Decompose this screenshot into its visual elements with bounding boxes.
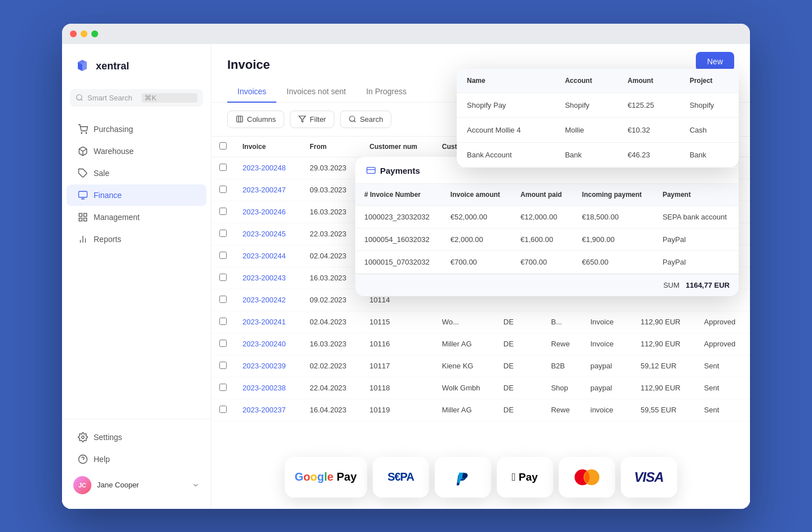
settings-label: Settings <box>94 433 122 442</box>
cell-from: 22.03.2023 <box>302 223 361 245</box>
table-row[interactable]: 2023-200237 16.04.2023 10119 Miller AG D… <box>211 399 750 421</box>
search-button[interactable]: Search <box>340 111 391 128</box>
cell-invoice: 2023-200247 <box>235 179 302 201</box>
cell-from: 02.04.2023 <box>302 245 361 267</box>
accounts-row[interactable]: Shopify Pay Shopify €125.25 Shopify <box>457 93 739 117</box>
user-row[interactable]: JC Jane Cooper <box>62 471 211 500</box>
sidebar-item-purchasing[interactable]: Purchasing <box>67 118 206 140</box>
cell-shop: B2B <box>543 355 582 377</box>
sum-row: SUM 1164,77 EUR <box>355 274 739 296</box>
payments-row[interactable]: 1000054_16032032 €2,000.00 €1,600.00 €1,… <box>355 228 739 250</box>
user-name: Jane Cooper <box>97 481 186 489</box>
tab-invoices[interactable]: Invoices <box>227 81 276 103</box>
filter-button[interactable]: Filter <box>290 111 334 128</box>
warehouse-label: Warehouse <box>94 147 134 156</box>
pay-col-invoice-amount: Invoice amount <box>442 184 511 206</box>
cell-payment: paypal <box>582 377 633 399</box>
accounts-row[interactable]: Account Mollie 4 Mollie €10.32 Cash <box>457 117 739 142</box>
settings-item[interactable]: Settings <box>67 427 206 448</box>
help-icon <box>78 454 88 464</box>
col-customer-num: Customer num <box>361 137 434 157</box>
columns-label: Columns <box>247 115 276 124</box>
row-checkbox[interactable] <box>219 362 227 369</box>
cell-invoice: 2023-200238 <box>235 377 302 399</box>
select-all-checkbox[interactable] <box>219 142 227 150</box>
cell-customer: Wo... <box>434 311 496 333</box>
svg-rect-10 <box>84 218 87 221</box>
payments-popup[interactable]: Payments # Invoice Number Invoice amount… <box>355 157 739 296</box>
settings-icon <box>78 432 88 442</box>
maximize-dot[interactable] <box>91 30 98 37</box>
help-item[interactable]: Help <box>67 449 206 470</box>
management-label: Management <box>94 213 140 222</box>
table-row[interactable]: 2023-200238 22.04.2023 10118 Wolk Gmbh D… <box>211 377 750 399</box>
cell-customer-num: 10117 <box>361 355 434 377</box>
sidebar-item-sale[interactable]: Sale <box>67 162 206 184</box>
accounts-col-project: Project <box>679 69 739 93</box>
table-row[interactable]: 2023-200240 16.03.2023 10116 Miller AG D… <box>211 333 750 355</box>
filter-icon <box>298 115 306 123</box>
cell-country: DE <box>496 377 543 399</box>
cell-invoice: 2023-200246 <box>235 201 302 223</box>
tab-not-sent[interactable]: Invoices not sent <box>276 81 356 103</box>
cell-customer-num: 10119 <box>361 399 434 421</box>
search-bar[interactable]: Smart Search ⌘K <box>70 89 203 107</box>
pay-col-amount-paid: Amount paid <box>511 184 573 206</box>
cell-shop: B... <box>543 311 582 333</box>
cell-country: DE <box>496 333 543 355</box>
cell-payment: paypal <box>582 355 633 377</box>
tab-in-progress[interactable]: In Progress <box>356 81 417 103</box>
row-checkbox[interactable] <box>219 340 227 347</box>
row-checkbox[interactable] <box>219 208 227 215</box>
svg-point-1 <box>81 133 82 134</box>
sidebar-item-warehouse[interactable]: Warehouse <box>67 140 206 162</box>
pay-incoming: €650.00 <box>573 250 654 273</box>
cell-amount: 112,90 EUR <box>633 377 696 399</box>
row-checkbox[interactable] <box>219 296 227 303</box>
payments-row[interactable]: 1000023_23032032 €52,000.00 €12,000.00 €… <box>355 205 739 228</box>
payments-tbody: 1000023_23032032 €52,000.00 €12,000.00 €… <box>355 205 739 273</box>
row-checkbox[interactable] <box>219 230 227 237</box>
table-row[interactable]: 2023-200241 02.04.2023 10115 Wo... DE B.… <box>211 311 750 333</box>
new-invoice-button[interactable]: New <box>696 52 734 71</box>
payments-row[interactable]: 1000015_07032032 €700.00 €700.00 €650.00… <box>355 250 739 273</box>
acc-name: Shopify Pay <box>457 93 555 117</box>
columns-button[interactable]: Columns <box>227 111 284 128</box>
cell-status: Sent <box>696 355 750 377</box>
row-checkbox[interactable] <box>219 274 227 281</box>
row-checkbox[interactable] <box>219 384 227 391</box>
svg-rect-8 <box>79 213 82 216</box>
table-row[interactable]: 2023-200239 02.02.2023 10117 Kiene KG DE… <box>211 355 750 377</box>
accounts-popup[interactable]: Name Account Amount Project Shopify Pay … <box>457 69 739 168</box>
row-checkbox[interactable] <box>219 252 227 259</box>
pay-col-incoming: Incoming payment <box>573 184 654 206</box>
cell-customer-num: 10116 <box>361 333 434 355</box>
svg-rect-9 <box>84 213 87 216</box>
row-checkbox[interactable] <box>219 164 227 171</box>
box-icon <box>78 146 88 156</box>
cell-customer-num: 10115 <box>361 311 434 333</box>
sidebar-item-reports[interactable]: Reports <box>67 228 206 250</box>
close-dot[interactable] <box>70 30 77 37</box>
sidebar-item-finance[interactable]: Finance <box>67 184 206 206</box>
logo-text: xentral <box>96 60 129 72</box>
accounts-row[interactable]: Bank Account Bank €46.23 Bank <box>457 142 739 167</box>
search-shortcut: ⌘K <box>142 93 197 103</box>
row-checkbox[interactable] <box>219 318 227 325</box>
cell-country: DE <box>496 399 543 421</box>
finance-label: Finance <box>94 191 122 200</box>
row-checkbox[interactable] <box>219 406 227 413</box>
minimize-dot[interactable] <box>81 30 87 37</box>
cell-invoice: 2023-200240 <box>235 333 302 355</box>
pay-col-invoice: # Invoice Number <box>355 184 442 206</box>
sidebar-item-management[interactable]: Management <box>67 206 206 228</box>
popup-title: Payments <box>380 166 420 175</box>
pay-amount-paid: €12,000.00 <box>511 205 573 228</box>
acc-name: Bank Account <box>457 142 555 167</box>
accounts-col-amount: Amount <box>617 69 679 93</box>
svg-point-15 <box>82 436 85 438</box>
accounts-table: Name Account Amount Project Shopify Pay … <box>457 69 739 168</box>
row-checkbox[interactable] <box>219 186 227 193</box>
pay-payment: SEPA bank account <box>654 205 739 228</box>
acc-account: Bank <box>555 142 617 167</box>
